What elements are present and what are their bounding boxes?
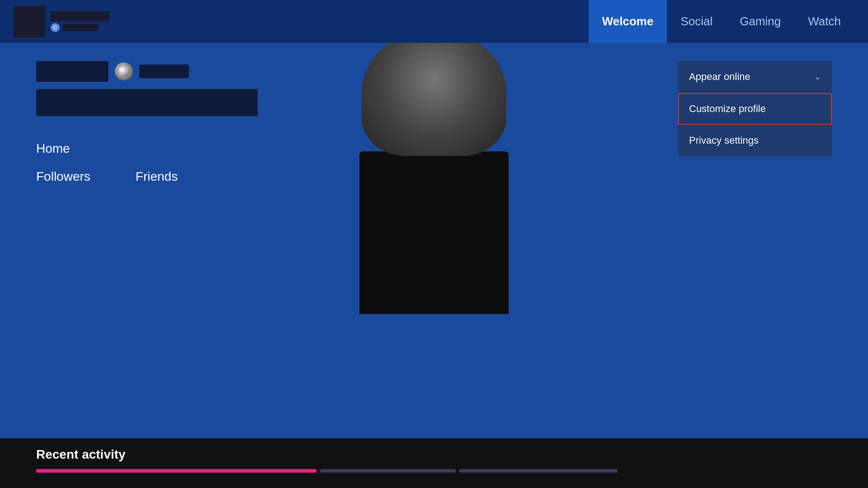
- nav-link-row: Followers Friends: [36, 169, 258, 184]
- privacy-settings-label: Privacy settings: [689, 135, 759, 146]
- recent-activity: Recent activity: [0, 438, 868, 488]
- avatar-torso: [359, 151, 509, 314]
- gamertag-icon: G: [51, 23, 60, 32]
- avatar: [14, 6, 45, 38]
- nav-links: Home Followers Friends: [36, 141, 258, 184]
- followers-link[interactable]: Followers: [36, 169, 90, 184]
- tab-gaming[interactable]: Gaming: [726, 0, 794, 43]
- profile-section: Home Followers Friends: [36, 61, 258, 184]
- tab-welcome[interactable]: Welcome: [589, 0, 667, 43]
- profile-gamertag-bar: [139, 65, 189, 78]
- appear-online-label: Appear online: [689, 71, 750, 83]
- customize-profile-label: Customize profile: [689, 103, 766, 115]
- tab-watch[interactable]: Watch: [794, 0, 854, 43]
- activity-bar-gray1: [320, 469, 456, 473]
- appear-online-item[interactable]: Appear online ⌄: [678, 61, 832, 93]
- recent-activity-title: Recent activity: [36, 447, 832, 462]
- gamertag-row: G: [51, 23, 109, 32]
- tab-social[interactable]: Social: [667, 0, 726, 43]
- profile-circle-icon: [115, 62, 133, 80]
- dropdown-menu: Appear online ⌄ Customize profile Privac…: [678, 61, 832, 157]
- avatar-head: [362, 29, 506, 156]
- profile-name-row: [36, 61, 258, 82]
- main-content: Home Followers Friends Appear online ⌄ C…: [0, 43, 868, 438]
- profile-bio-bar: [36, 89, 258, 116]
- activity-bar-gray2: [459, 469, 618, 473]
- user-info: G: [51, 11, 109, 32]
- customize-profile-item[interactable]: Customize profile: [678, 93, 832, 125]
- home-link[interactable]: Home: [36, 141, 258, 156]
- username-bar: [51, 11, 109, 21]
- activity-bars: [36, 467, 832, 473]
- navbar-center: Welcome Social Gaming Watch: [589, 0, 854, 43]
- navbar-left: G: [14, 6, 109, 38]
- chevron-down-icon: ⌄: [814, 72, 821, 82]
- activity-bar-pink: [36, 469, 316, 473]
- gamertag-text: [62, 24, 99, 31]
- privacy-settings-item[interactable]: Privacy settings: [678, 125, 832, 157]
- avatar-wrapper: [353, 29, 515, 314]
- navbar: G Welcome Social Gaming Watch: [0, 0, 868, 43]
- profile-name-bar: [36, 61, 108, 82]
- friends-link[interactable]: Friends: [136, 169, 178, 184]
